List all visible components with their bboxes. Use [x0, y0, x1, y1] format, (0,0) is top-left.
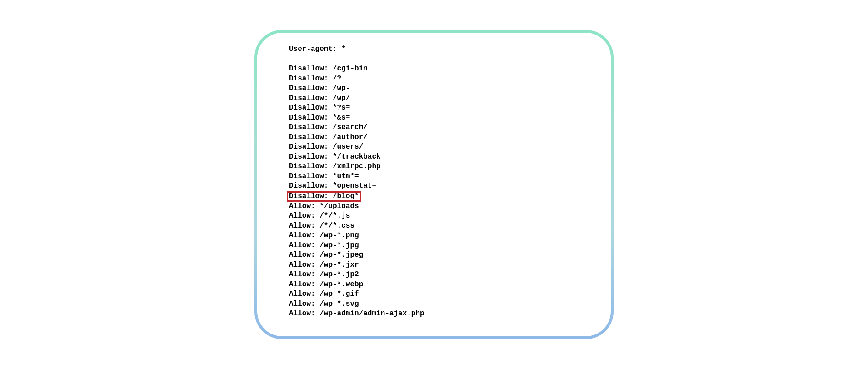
robots-line: Allow: /*/*.js: [289, 211, 584, 221]
robots-line: Allow: /wp-admin/admin-ajax.php: [289, 309, 584, 319]
robots-line: Disallow: *?s=: [289, 103, 584, 113]
robots-line: User-agent: *: [289, 45, 584, 55]
robots-line: Allow: /wp-*.jpg: [289, 241, 584, 251]
robots-line-highlighted: Disallow: /blog*: [289, 191, 584, 202]
robots-line: Disallow: /xmlrpc.php: [289, 162, 584, 172]
robots-line: Allow: */uploads: [289, 202, 584, 212]
robots-line: Disallow: /search/: [289, 123, 584, 133]
robots-line: Allow: /wp-*.jp2: [289, 270, 584, 280]
robots-line: Disallow: /wp-: [289, 84, 584, 94]
robots-line: Disallow: *&s=: [289, 113, 584, 123]
robots-line: Disallow: /cgi-bin: [289, 64, 584, 74]
robots-line: Disallow: /author/: [289, 133, 584, 143]
robots-line: Disallow: */trackback: [289, 152, 584, 162]
robots-line: Disallow: *utm*=: [289, 172, 584, 182]
gradient-card: User-agent: * Disallow: /cgi-bin Disallo…: [254, 30, 614, 339]
robots-line: Allow: /wp-*.jxr: [289, 260, 584, 270]
robots-txt-panel: User-agent: * Disallow: /cgi-bin Disallo…: [257, 33, 611, 336]
robots-line: Allow: /wp-*.webp: [289, 280, 584, 290]
robots-line: Disallow: /users/: [289, 142, 584, 152]
robots-blank-line: [289, 55, 584, 65]
robots-line: Allow: /wp-*.svg: [289, 299, 584, 309]
robots-line: Allow: /wp-*.jpeg: [289, 250, 584, 260]
robots-line: Allow: /wp-*.png: [289, 231, 584, 241]
robots-line: Disallow: /?: [289, 74, 584, 84]
robots-line: Allow: /*/*.css: [289, 221, 584, 231]
highlight-box: Disallow: /blog*: [287, 191, 361, 202]
robots-line: Allow: /wp-*.gif: [289, 289, 584, 299]
robots-line: Disallow: /wp/: [289, 94, 584, 104]
robots-line: Disallow: *openstat=: [289, 181, 584, 191]
